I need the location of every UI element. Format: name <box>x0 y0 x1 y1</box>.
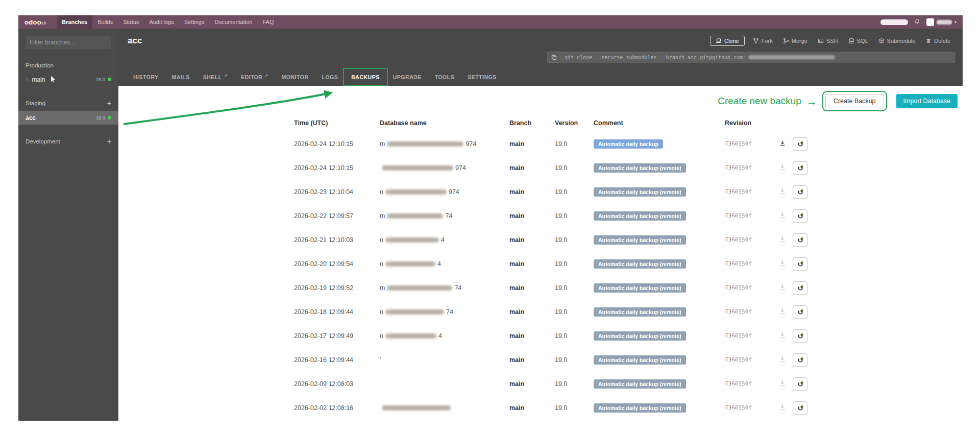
restore-button[interactable]: ↺ <box>793 281 808 295</box>
db-name-visible: n <box>380 188 383 196</box>
restore-button[interactable]: ↺ <box>793 329 808 343</box>
tab-history[interactable]: HISTORY <box>127 69 165 85</box>
toolbar-sql-button[interactable]: SQL <box>843 36 873 45</box>
db-name: 974 <box>380 164 509 172</box>
create-backup-button[interactable]: Create Backup <box>825 94 884 108</box>
version-cell: 19.0 <box>555 380 594 388</box>
db-name-suffix: 4 <box>438 332 442 340</box>
toolbar-button-label: Submodule <box>887 38 916 44</box>
revision: 7360150f <box>725 284 772 291</box>
restore-button[interactable]: ↺ <box>793 353 808 367</box>
tab-mails[interactable]: MAILS <box>165 69 197 85</box>
comment-badge: Automatic daily backup (remote) <box>594 163 686 173</box>
tab-tools[interactable]: TOOLS <box>428 69 461 85</box>
nav-item-settings[interactable]: Settings <box>179 15 210 29</box>
table-row: 2026-02-09 12:08:03main19.0Automatic dai… <box>294 372 818 396</box>
db-name-redacted <box>382 405 451 411</box>
tab-shell[interactable]: SHELL↗ <box>197 69 234 85</box>
version-cell: 19.0 <box>555 236 594 244</box>
db-name-suffix: 974 <box>455 164 466 172</box>
toolbar-button-label: Fork <box>762 38 773 44</box>
download-button[interactable] <box>772 138 793 149</box>
backup-time: 2026-02-20 12:09:54 <box>294 260 380 268</box>
table-row: 2026-02-17 12:09:49n4main19.0Automatic d… <box>294 324 818 348</box>
toolbar-clone-button[interactable]: Clone <box>710 36 745 46</box>
revision: 7360150f <box>725 308 772 315</box>
add-branch-button[interactable]: + <box>107 138 111 145</box>
comment-cell: Automatic daily backup (remote) <box>594 235 725 245</box>
add-branch-button[interactable]: + <box>107 100 111 107</box>
db-name-visible: m <box>380 284 385 292</box>
backup-time: 2026-02-02 12:08:16 <box>294 404 380 412</box>
restore-button[interactable]: ↺ <box>793 401 808 415</box>
tab-label: HISTORY <box>133 74 159 80</box>
branch-cell: main <box>509 236 555 244</box>
nav-item-faq[interactable]: FAQ <box>257 15 279 29</box>
backup-time: 2026-02-09 12:08:03 <box>294 380 380 388</box>
filter-branches-input[interactable] <box>26 36 111 49</box>
db-name-redacted <box>385 237 439 243</box>
toolbar-ssh-button[interactable]: SSH <box>813 36 843 45</box>
tab-editor[interactable]: EDITOR↗ <box>234 69 275 85</box>
tab-label: MAILS <box>172 74 190 80</box>
toolbar-delete-button[interactable]: Delete <box>920 36 955 45</box>
tab-monitor[interactable]: MONITOR <box>275 69 315 85</box>
toolbar-button-label: Clone <box>724 38 739 44</box>
db-name: ' <box>380 356 509 364</box>
tab-logs[interactable]: LOGS <box>315 69 345 85</box>
version-cell: 19.0 <box>555 404 594 412</box>
version-cell: 19.0 <box>555 332 594 340</box>
restore-button[interactable]: ↺ <box>793 161 808 175</box>
comment-badge: Automatic daily backup (remote) <box>594 331 686 341</box>
db-name: n4 <box>380 260 509 268</box>
tab-label: EDITOR <box>241 74 262 80</box>
db-name-suffix: 74 <box>446 308 453 316</box>
restore-button[interactable]: ↺ <box>793 137 808 151</box>
restore-button[interactable]: ↺ <box>793 305 808 319</box>
restore-button[interactable]: ↺ <box>793 209 808 223</box>
fork-icon <box>753 38 759 44</box>
nav-item-builds[interactable]: Builds <box>92 15 118 29</box>
user-menu[interactable]: ▾ <box>926 18 957 26</box>
main-panel: acc CloneForkMergeSSHSQLSubmoduleDelete … <box>118 29 963 421</box>
tab-label: SHELL <box>203 74 222 80</box>
toolbar-merge-button[interactable]: Merge <box>778 36 813 45</box>
tab-backups[interactable]: BACKUPS <box>345 69 386 85</box>
toolbar-button-label: SSH <box>826 38 838 44</box>
table-row: 2026-02-23 12:10:04n974main19.0Automatic… <box>294 180 818 204</box>
comment-badge: Automatic daily backup (remote) <box>594 355 686 365</box>
revision: 7360150f <box>725 236 772 243</box>
restore-button[interactable]: ↺ <box>793 377 808 391</box>
revision: 7360150f <box>725 356 772 363</box>
submodule-icon <box>878 38 885 44</box>
toolbar-fork-button[interactable]: Fork <box>748 36 778 45</box>
nav-item-status[interactable]: Status <box>118 15 144 29</box>
comment-cell: Automatic daily backup (remote) <box>594 331 725 341</box>
sidebar-item-acc[interactable]: acc19.0 <box>18 111 118 125</box>
branch-tabs: HISTORYMAILSSHELL↗EDITOR↗MONITORLOGSBACK… <box>118 66 963 86</box>
nav-item-documentation[interactable]: Documentation <box>209 15 257 29</box>
comment-badge: Automatic daily backup (remote) <box>594 187 686 197</box>
merge-icon <box>783 38 789 44</box>
tab-settings[interactable]: SETTINGS <box>461 69 503 85</box>
restore-button[interactable]: ↺ <box>793 257 808 271</box>
git-clone-command[interactable]: git clone --recurse-submodules --branch … <box>560 52 955 63</box>
clone-icon <box>716 38 722 44</box>
restore-button[interactable]: ↺ <box>793 185 808 199</box>
toolbar-submodule-button[interactable]: Submodule <box>873 36 921 45</box>
version-cell: 19.0 <box>555 356 594 364</box>
download-button <box>772 162 793 173</box>
sidebar-item-main[interactable]: ≡main19.0 <box>18 73 118 86</box>
import-database-button[interactable]: Import Database <box>896 94 958 108</box>
comment-cell: Automatic daily backup (remote) <box>594 403 725 413</box>
nav-item-branches[interactable]: Branches <box>57 15 92 29</box>
db-name: n974 <box>380 188 509 196</box>
status-pill <box>880 19 908 25</box>
notifications-bell-icon[interactable] <box>914 17 920 27</box>
nav-item-audit-logs[interactable]: Audit logs <box>144 15 179 29</box>
chevron-down-icon: ▾ <box>954 20 957 25</box>
version-cell: 19.0 <box>555 260 594 268</box>
tab-upgrade[interactable]: UPGRADE <box>386 69 428 85</box>
restore-button[interactable]: ↺ <box>793 233 808 247</box>
copy-icon[interactable] <box>547 52 560 63</box>
